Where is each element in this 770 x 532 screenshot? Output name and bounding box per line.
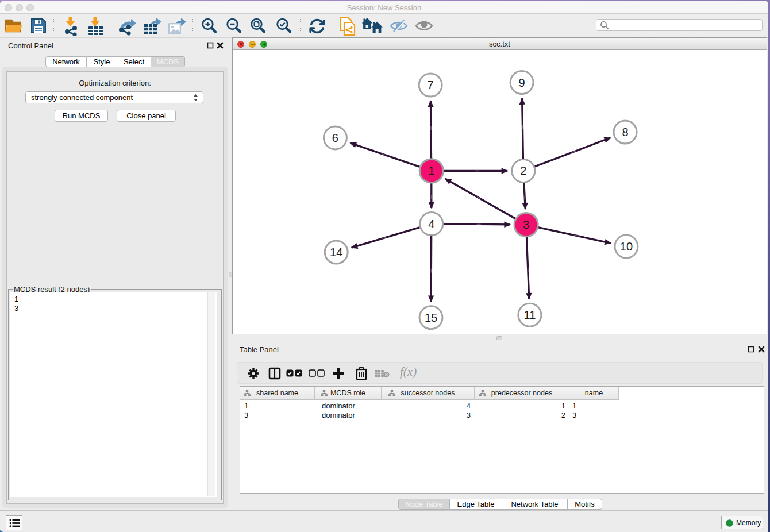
svg-text:3: 3 (523, 218, 529, 231)
svg-text:15: 15 (425, 311, 437, 324)
svg-text:9: 9 (519, 76, 525, 89)
svg-text:8: 8 (622, 126, 628, 138)
svg-text:10: 10 (620, 240, 633, 253)
svg-text:6: 6 (332, 132, 338, 144)
svg-text:14: 14 (330, 246, 342, 259)
svg-text:11: 11 (524, 309, 536, 321)
svg-text:1: 1 (428, 164, 434, 177)
svg-text:4: 4 (428, 218, 434, 230)
svg-text:2: 2 (520, 164, 526, 177)
svg-text:7: 7 (428, 79, 434, 91)
